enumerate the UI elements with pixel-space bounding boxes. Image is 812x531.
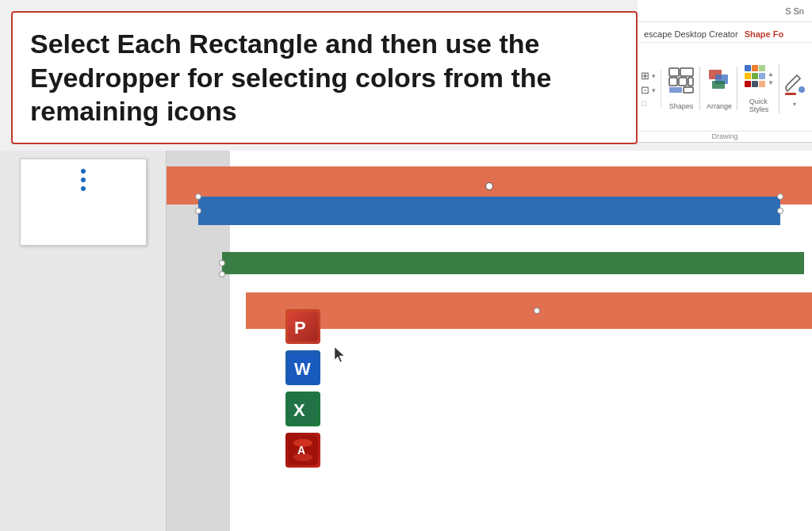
word-icon[interactable]: W <box>285 350 320 385</box>
quick-styles-label: QuickStyles <box>749 97 769 113</box>
svg-rect-11 <box>752 65 758 71</box>
svg-rect-14 <box>752 73 758 79</box>
shapes-icon[interactable] <box>668 67 695 97</box>
shapes-tool-block: Shapes <box>663 67 700 110</box>
ribbon-top-bar: S Sn <box>638 0 812 22</box>
slide-thumbnail <box>20 159 147 246</box>
svg-rect-6 <box>684 87 693 93</box>
svg-rect-2 <box>669 78 677 86</box>
resize-handle-left2[interactable] <box>219 260 225 266</box>
resize-handle-bottomleft[interactable] <box>219 271 225 277</box>
canvas-inner: P W <box>230 151 812 531</box>
svg-rect-4 <box>688 78 693 86</box>
arrange-label: Arrange <box>707 102 732 110</box>
shapes-label: Shapes <box>669 102 694 110</box>
resize-handle-left[interactable] <box>195 208 201 214</box>
excel-icon[interactable]: X <box>285 392 320 426</box>
svg-rect-17 <box>752 81 758 87</box>
quick-styles-icon[interactable] <box>744 63 766 94</box>
svg-marker-34 <box>335 347 344 362</box>
rotate-handle[interactable] <box>485 182 493 190</box>
instruction-text: Select Each Rectangle and then use the E… <box>30 29 551 126</box>
resize-handle-center[interactable] <box>534 308 540 314</box>
instruction-box: Select Each Rectangle and then use the E… <box>11 11 638 144</box>
thumbnail-dot <box>81 169 86 174</box>
svg-rect-18 <box>759 81 765 87</box>
svg-rect-10 <box>745 65 751 71</box>
arrange-icon[interactable] <box>707 67 731 97</box>
shape-format-tab[interactable]: Shape Fo <box>745 29 784 39</box>
svg-rect-1 <box>680 68 693 76</box>
main-canvas: P W <box>167 151 812 531</box>
slide-shapes <box>230 166 812 309</box>
svg-point-19 <box>799 86 805 93</box>
quick-styles-tool-block: ▲ ▼ QuickStyles <box>739 63 779 113</box>
svg-rect-5 <box>669 87 682 93</box>
access-icon[interactable]: A <box>285 433 320 468</box>
rect-green[interactable] <box>222 252 804 274</box>
powerpoint-icon[interactable]: P <box>285 309 320 344</box>
slide-panel <box>0 151 167 531</box>
svg-text:A: A <box>297 444 305 457</box>
drawing-section-label: Drawing <box>638 131 812 142</box>
rect-orange-bottom[interactable] <box>246 292 812 329</box>
resize-handle-topright[interactable] <box>777 193 783 200</box>
paint-dropdown-arrow[interactable]: ▾ <box>793 101 796 108</box>
svg-text:W: W <box>294 359 311 379</box>
svg-text:X: X <box>293 400 305 420</box>
extra-icon-block: ▾ <box>781 69 808 108</box>
paint-bucket-icon[interactable] <box>784 69 805 99</box>
ribbon: S Sn escape Desktop Creator Shape Fo ⊞ ▾… <box>638 0 812 143</box>
escape-menu-item[interactable]: escape Desktop Creator <box>644 29 738 39</box>
svg-text:P: P <box>294 318 306 338</box>
quick-styles-scroll-down[interactable]: ▼ <box>768 79 774 86</box>
svg-rect-16 <box>745 81 751 87</box>
resize-handle-right[interactable] <box>777 208 783 214</box>
svg-rect-9 <box>712 81 725 89</box>
svg-rect-15 <box>759 73 765 79</box>
office-icons: P W <box>285 309 320 468</box>
svg-rect-12 <box>759 65 765 71</box>
svg-rect-20 <box>785 93 796 95</box>
quick-styles-scroll-up[interactable]: ▲ <box>768 71 774 78</box>
rect-blue[interactable] <box>198 197 780 225</box>
svg-rect-13 <box>745 73 751 79</box>
thumbnail-dot <box>81 178 86 182</box>
user-name: S Sn <box>785 6 804 16</box>
svg-rect-0 <box>669 68 679 76</box>
thumbnail-dots <box>81 169 86 191</box>
mouse-cursor <box>335 347 346 366</box>
arrange-tool-block: Arrange <box>702 67 737 110</box>
thumbnail-dot <box>81 186 86 191</box>
resize-handle-topleft[interactable] <box>195 193 201 200</box>
svg-rect-3 <box>679 78 687 86</box>
